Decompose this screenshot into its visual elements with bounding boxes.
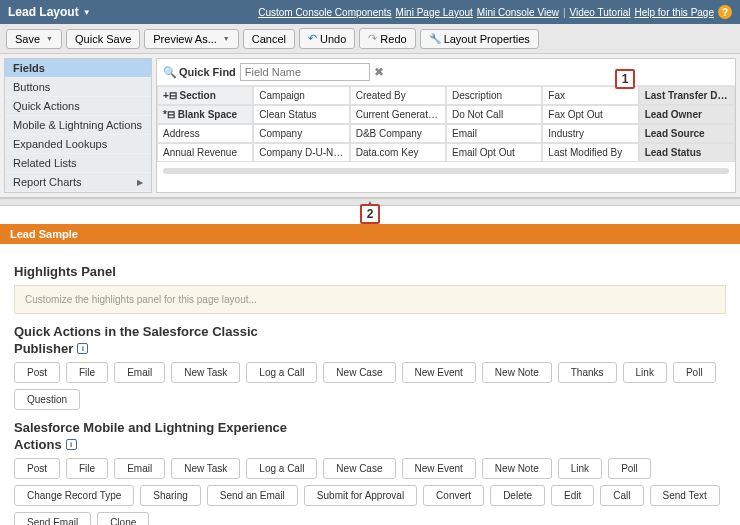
- classic-actions-subtitle: Publisher i: [14, 341, 726, 356]
- info-icon[interactable]: i: [77, 343, 88, 354]
- separator: |: [563, 7, 566, 18]
- section-header-lead-sample: Lead Sample: [0, 224, 740, 244]
- action-pill[interactable]: New Task: [171, 458, 240, 479]
- action-pill[interactable]: File: [66, 362, 108, 383]
- action-pill[interactable]: Post: [14, 458, 60, 479]
- field-campaign[interactable]: Campaign: [253, 86, 349, 105]
- field-address[interactable]: Address: [157, 124, 253, 143]
- redo-button[interactable]: ↷Redo: [359, 28, 415, 49]
- action-pill[interactable]: New Case: [323, 458, 395, 479]
- link-help[interactable]: Help for this Page: [635, 7, 715, 18]
- field-description[interactable]: Description: [446, 86, 542, 105]
- info-icon[interactable]: i: [66, 439, 77, 450]
- action-pill[interactable]: Send an Email: [207, 485, 298, 506]
- field-dnb-company[interactable]: D&B Company: [350, 124, 446, 143]
- action-pill[interactable]: Change Record Type: [14, 485, 134, 506]
- classic-title-l2: Publisher: [14, 341, 73, 356]
- quick-save-button[interactable]: Quick Save: [66, 29, 140, 49]
- field-grid: +⊟ Section Campaign Created By Descripti…: [157, 86, 735, 162]
- action-pill[interactable]: Edit: [551, 485, 594, 506]
- quick-find-text: Quick Find: [179, 66, 236, 78]
- sidebar-item-report-charts[interactable]: Report Charts▶: [5, 173, 151, 192]
- preview-as-button[interactable]: Preview As...: [144, 29, 239, 49]
- action-pill[interactable]: Send Email: [14, 512, 91, 525]
- redo-icon: ↷: [368, 32, 377, 45]
- action-pill[interactable]: Link: [623, 362, 667, 383]
- action-pill[interactable]: Call: [600, 485, 643, 506]
- action-pill[interactable]: New Task: [171, 362, 240, 383]
- page-title[interactable]: Lead Layout ▼: [8, 5, 91, 19]
- link-video-tutorial[interactable]: Video Tutorial: [570, 7, 631, 18]
- action-pill[interactable]: Sharing: [140, 485, 200, 506]
- field-company-duns[interactable]: Company D-U-N-S N...: [253, 143, 349, 162]
- field-current-generator[interactable]: Current Generator(s): [350, 105, 446, 124]
- sidebar-item-quick-actions[interactable]: Quick Actions: [5, 97, 151, 116]
- field-lead-owner[interactable]: Lead Owner: [639, 105, 735, 124]
- action-pill[interactable]: Log a Call: [246, 458, 317, 479]
- action-pill[interactable]: Email: [114, 362, 165, 383]
- field-email[interactable]: Email: [446, 124, 542, 143]
- field-lead-status[interactable]: Lead Status: [639, 143, 735, 162]
- link-mini-console-view[interactable]: Mini Console View: [477, 7, 559, 18]
- action-pill[interactable]: New Case: [323, 362, 395, 383]
- field-email-opt-out[interactable]: Email Opt Out: [446, 143, 542, 162]
- magnify-icon: 🔍: [163, 66, 177, 79]
- field-section[interactable]: +⊟ Section: [157, 86, 253, 105]
- action-pill[interactable]: Poll: [673, 362, 716, 383]
- clear-icon[interactable]: ✖: [374, 65, 384, 79]
- sidebar-item-buttons[interactable]: Buttons: [5, 78, 151, 97]
- action-pill[interactable]: Convert: [423, 485, 484, 506]
- action-pill[interactable]: New Note: [482, 362, 552, 383]
- field-created-by[interactable]: Created By: [350, 86, 446, 105]
- action-pill[interactable]: Poll: [608, 458, 651, 479]
- field-annual-revenue[interactable]: Annual Revenue: [157, 143, 253, 162]
- action-pill[interactable]: Question: [14, 389, 80, 410]
- field-last-transfer-date[interactable]: Last Transfer Date: [639, 86, 735, 105]
- sidebar-item-expanded-lookups[interactable]: Expanded Lookups: [5, 135, 151, 154]
- field-lead-source[interactable]: Lead Source: [639, 124, 735, 143]
- quick-find-input[interactable]: [240, 63, 370, 81]
- layout-properties-button[interactable]: 🔧Layout Properties: [420, 29, 539, 49]
- save-button[interactable]: Save: [6, 29, 62, 49]
- field-company[interactable]: Company: [253, 124, 349, 143]
- chevron-right-icon: ▶: [137, 178, 143, 187]
- field-last-modified-by[interactable]: Last Modified By: [542, 143, 638, 162]
- action-pill[interactable]: Submit for Approval: [304, 485, 417, 506]
- sidebar-item-related-lists[interactable]: Related Lists: [5, 154, 151, 173]
- action-pill[interactable]: Email: [114, 458, 165, 479]
- undo-button[interactable]: ↶Undo: [299, 28, 355, 49]
- action-pill[interactable]: New Note: [482, 458, 552, 479]
- action-pill[interactable]: New Event: [402, 458, 476, 479]
- link-custom-console-components[interactable]: Custom Console Components: [258, 7, 391, 18]
- action-pill[interactable]: Delete: [490, 485, 545, 506]
- undo-label: Undo: [320, 33, 346, 45]
- cancel-button[interactable]: Cancel: [243, 29, 295, 49]
- wrench-icon: 🔧: [429, 33, 441, 44]
- highlights-panel-box[interactable]: Customize the highlights panel for this …: [14, 285, 726, 314]
- sidebar-item-fields[interactable]: Fields: [5, 59, 151, 78]
- action-pill[interactable]: Link: [558, 458, 602, 479]
- horizontal-scrollbar[interactable]: [163, 168, 729, 174]
- action-pill[interactable]: New Event: [402, 362, 476, 383]
- action-pill[interactable]: Send Text: [650, 485, 720, 506]
- action-pill[interactable]: Log a Call: [246, 362, 317, 383]
- link-mini-page-layout[interactable]: Mini Page Layout: [396, 7, 473, 18]
- field-do-not-call[interactable]: Do Not Call: [446, 105, 542, 124]
- action-pill[interactable]: Clone: [97, 512, 149, 525]
- field-fax-opt-out[interactable]: Fax Opt Out: [542, 105, 638, 124]
- sidebar-item-mobile-lightning[interactable]: Mobile & Lightning Actions: [5, 116, 151, 135]
- highlights-panel-title: Highlights Panel: [14, 264, 726, 279]
- field-datacom-key[interactable]: Data.com Key: [350, 143, 446, 162]
- field-blank-space[interactable]: *⊟ Blank Space: [157, 105, 253, 124]
- palette-area: Fields Buttons Quick Actions Mobile & Li…: [0, 54, 740, 198]
- action-pill[interactable]: Post: [14, 362, 60, 383]
- classic-actions-title: Quick Actions in the Salesforce Classic: [14, 324, 726, 339]
- field-industry[interactable]: Industry: [542, 124, 638, 143]
- action-pill[interactable]: File: [66, 458, 108, 479]
- redo-label: Redo: [380, 33, 406, 45]
- action-pill[interactable]: Thanks: [558, 362, 617, 383]
- palette-sidebar: Fields Buttons Quick Actions Mobile & Li…: [4, 58, 152, 193]
- undo-icon: ↶: [308, 32, 317, 45]
- field-clean-status[interactable]: Clean Status: [253, 105, 349, 124]
- help-icon[interactable]: ?: [718, 5, 732, 19]
